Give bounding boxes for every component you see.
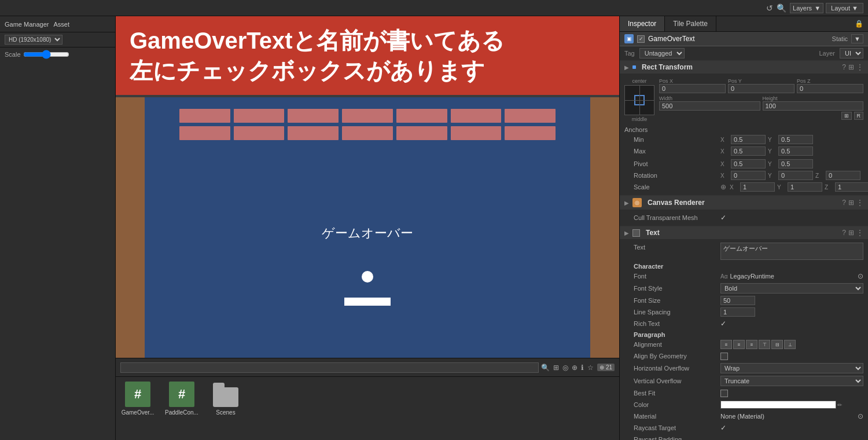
height-label: Height <box>763 96 864 101</box>
help-icon[interactable]: ? <box>842 63 846 71</box>
font-value-area: Aα LegacyRuntime ⊙ <box>720 272 863 280</box>
component-rect-transform: ▶ Rect Transform ? ⊞ ⋮ center <box>620 61 868 196</box>
bp-button[interactable]: ⊞ <box>841 112 852 120</box>
best-fit-label: Best Fit <box>634 390 720 397</box>
canvas-renderer-header[interactable]: ▶ ◎ Canvas Renderer ? ⊞ ⋮ <box>620 196 868 210</box>
settings-icon[interactable]: ⊞ <box>848 63 854 71</box>
height-input[interactable] <box>763 101 864 111</box>
scale-x-input[interactable] <box>740 182 775 192</box>
more-icon-text[interactable]: ⋮ <box>856 229 863 237</box>
text-header[interactable]: ▶ Text ? ⊞ ⋮ <box>620 226 868 239</box>
asset-item-paddlecon[interactable]: # PaddleCon... <box>164 382 199 416</box>
posY-input[interactable] <box>728 84 795 93</box>
more-icon-cr[interactable]: ⋮ <box>856 199 863 207</box>
history-icon[interactable]: ↺ <box>766 3 773 13</box>
font-style-dropdown[interactable]: Bold Normal Italic <box>720 283 863 294</box>
min-y-input[interactable] <box>778 135 813 144</box>
tag-dropdown[interactable]: Untagged <box>639 48 685 58</box>
object-active-checkbox[interactable] <box>637 35 645 43</box>
bricks-area <box>179 109 556 140</box>
asset-item-scenes[interactable]: Scenes <box>208 382 243 416</box>
align-top-btn[interactable]: ⊤ <box>759 340 770 349</box>
help-icon-text[interactable]: ? <box>842 229 846 237</box>
raycast-target-row: Raycast Target ✓ <box>620 422 868 434</box>
scale-x-label: X <box>730 184 738 190</box>
more-icon[interactable]: ⋮ <box>856 63 863 71</box>
material-row: Material None (Material) ⊙ <box>620 410 868 422</box>
tab-lock-icon[interactable]: 🔒 <box>850 16 868 31</box>
layers-dropdown[interactable]: Layers ▼ <box>790 3 823 13</box>
static-label: Static <box>832 35 848 42</box>
game-over-text-canvas: ゲームオーバー <box>322 225 413 242</box>
rect-transform-header[interactable]: ▶ Rect Transform ? ⊞ ⋮ <box>620 61 868 74</box>
layer-dropdown[interactable]: UI <box>840 48 863 58</box>
resolution-dropdown[interactable]: HD (1920x1080) <box>5 35 62 45</box>
layout-button[interactable]: Layout ▼ <box>826 3 863 13</box>
text-value-textarea[interactable]: ゲームオーバー <box>720 243 863 260</box>
object-name-input[interactable] <box>648 35 829 43</box>
scene-bottom-bar: 🔍 ⊞ ◎ ⊕ ℹ ☆ ⊕ 21 <box>116 358 619 376</box>
tab-tile-palette[interactable]: Tile Palette <box>665 16 716 31</box>
color-swatch[interactable] <box>720 401 836 409</box>
left-panel-content: HD (1920x1080) Scale <box>0 32 115 440</box>
align-by-geometry-checkbox[interactable] <box>720 353 728 360</box>
vert-overflow-dropdown[interactable]: Truncate Overflow <box>720 376 863 386</box>
cull-mesh-check: ✓ <box>720 214 726 222</box>
search-icon[interactable]: 🔍 <box>777 3 786 13</box>
star-icon[interactable]: ☆ <box>587 364 594 372</box>
horiz-overflow-dropdown[interactable]: Wrap Overflow <box>720 363 863 373</box>
align-right-btn[interactable]: ≡ <box>746 340 757 349</box>
best-fit-checkbox[interactable] <box>720 390 728 397</box>
pivot-x-input[interactable] <box>731 159 766 168</box>
rot-y-input[interactable] <box>778 171 813 180</box>
material-value-area: None (Material) ⊙ <box>720 412 863 420</box>
pivot-label: Pivot <box>634 160 720 167</box>
asset-item-gameover[interactable]: # GameOver... <box>120 382 155 416</box>
min-x-input[interactable] <box>731 135 766 144</box>
settings-icon-text[interactable]: ⊞ <box>848 229 854 237</box>
bottom-asset-panel: # GameOver... # PaddleCon... Scenes <box>116 376 619 440</box>
font-size-row: Font Size <box>620 295 868 306</box>
settings-icon-cr[interactable]: ⊞ <box>848 199 854 207</box>
align-bottom-btn[interactable]: ⊥ <box>784 340 796 349</box>
target-icon[interactable]: ◎ <box>562 364 568 372</box>
font-size-input[interactable] <box>720 296 755 305</box>
r-button[interactable]: R <box>854 112 864 120</box>
alignment-buttons: ≡ ≡ ≡ ⊤ ⊟ ⊥ <box>720 340 796 349</box>
link-icon: ⊕ <box>720 183 726 191</box>
rot-z-input[interactable] <box>826 171 860 180</box>
posX-input[interactable] <box>659 84 726 93</box>
scene-search-input[interactable] <box>120 362 539 373</box>
pivot-y-input[interactable] <box>778 159 813 168</box>
info-icon[interactable]: ℹ <box>581 364 584 372</box>
static-dropdown[interactable]: ▼ <box>851 34 863 43</box>
scale-y-input[interactable] <box>788 182 822 192</box>
tab-inspector[interactable]: Inspector <box>620 16 665 31</box>
rot-y-label: Y <box>768 173 776 179</box>
font-circle-icon[interactable]: ⊙ <box>858 272 863 280</box>
align-middle-btn[interactable]: ⊟ <box>771 340 783 349</box>
color-edit-icon[interactable]: ✏ <box>837 402 842 408</box>
anchor-middle-label: middle <box>632 116 648 122</box>
layout-label: Layout <box>831 5 850 12</box>
font-style-row: Font Style Bold Normal Italic <box>620 282 868 295</box>
max-x-input[interactable] <box>731 146 766 156</box>
text-component-checkbox[interactable] <box>632 229 640 237</box>
material-circle-icon[interactable]: ⊙ <box>858 412 863 420</box>
alignment-label: Alignment <box>634 341 720 348</box>
align-center-btn[interactable]: ≡ <box>733 340 745 349</box>
inspector-tag-row: Tag Untagged Layer UI <box>620 46 868 61</box>
posZ-input[interactable] <box>797 84 863 93</box>
scale-slider[interactable] <box>23 50 69 59</box>
scale-z-input[interactable] <box>835 182 868 192</box>
line-spacing-input[interactable] <box>720 307 755 317</box>
width-input[interactable] <box>659 101 760 111</box>
rot-x-input[interactable] <box>731 171 766 180</box>
max-y-input[interactable] <box>778 146 813 156</box>
help-icon-cr[interactable]: ? <box>842 199 846 207</box>
grid-icon[interactable]: ⊞ <box>553 364 559 372</box>
raycast-target-label: Raycast Target <box>634 424 720 431</box>
cursor-icon[interactable]: ⊕ <box>572 364 578 372</box>
collapse-arrow-cr: ▶ <box>624 200 629 206</box>
align-left-btn[interactable]: ≡ <box>720 340 732 349</box>
